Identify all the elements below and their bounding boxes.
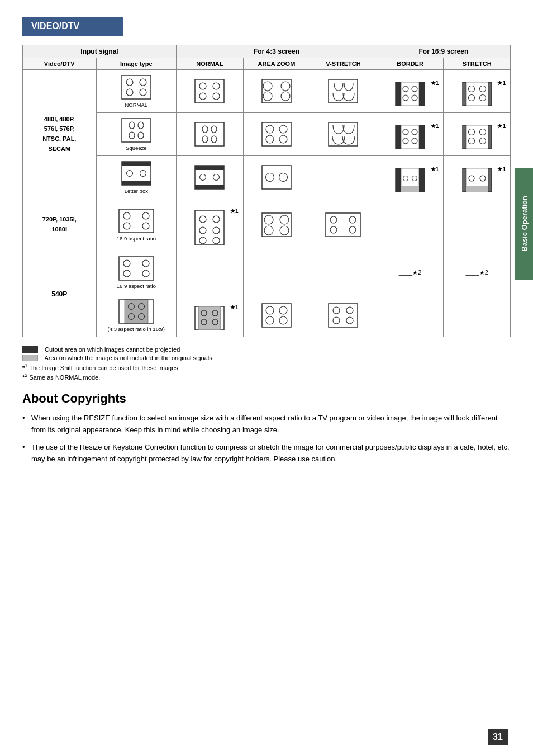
- cell-squeeze-stretch: ★1: [444, 113, 511, 156]
- svg-point-60: [140, 171, 146, 177]
- svg-point-93: [280, 215, 289, 224]
- svg-rect-57: [122, 162, 151, 166]
- label-169-b: 16:9 aspect ratio: [117, 283, 156, 289]
- footnote-star1: *1 The Image Shift function can be used …: [22, 363, 511, 371]
- svg-rect-76: [466, 186, 488, 192]
- svg-point-40: [279, 125, 287, 133]
- svg-point-127: [346, 317, 353, 324]
- svg-rect-96: [326, 213, 360, 237]
- star2-stretch-label: ____★2: [465, 269, 488, 276]
- svg-rect-71: [401, 186, 419, 192]
- image-type-43: NORMAL: [96, 70, 177, 113]
- svg-point-13: [263, 92, 272, 101]
- cell-letterbox-stretch: ★1: [444, 156, 511, 199]
- svg-point-8: [199, 93, 206, 100]
- header-for169: For 16:9 screen: [377, 45, 510, 58]
- svg-point-94: [264, 226, 273, 235]
- svg-rect-62: [195, 166, 224, 170]
- svg-point-99: [330, 226, 337, 233]
- svg-rect-23: [466, 82, 488, 106]
- svg-point-36: [202, 136, 208, 143]
- svg-point-32: [138, 132, 144, 139]
- table-row: 540P 16:9 aspect ratio: [23, 251, 511, 294]
- svg-point-126: [333, 317, 340, 324]
- image-type-letterbox: Letter box: [96, 156, 177, 199]
- svg-point-1: [126, 79, 133, 86]
- footnote-line1: : Cutout area on which images cannot be …: [22, 346, 511, 353]
- svg-point-97: [330, 216, 337, 223]
- svg-point-9: [213, 93, 220, 100]
- svg-rect-107: [125, 300, 148, 323]
- cell-720p-stretch: [444, 199, 511, 251]
- cell-43-vstretch: [310, 70, 377, 113]
- svg-point-39: [266, 125, 274, 133]
- cell-43-border: ★1: [377, 70, 444, 113]
- svg-rect-51: [466, 125, 488, 149]
- label-43-ratio: NORMAL: [125, 102, 147, 108]
- header-for43: For 4:3 screen: [177, 45, 377, 58]
- footnote-area: : Cutout area on which images cannot be …: [22, 346, 511, 380]
- svg-point-105: [142, 270, 149, 277]
- svg-point-121: [266, 316, 274, 324]
- svg-rect-33: [195, 122, 224, 146]
- svg-rect-118: [262, 304, 291, 327]
- label-squeeze: Squeeze: [126, 145, 147, 151]
- col-image-type: Image type: [96, 58, 177, 70]
- svg-point-124: [333, 307, 340, 314]
- col-area-zoom: AREA ZOOM: [243, 58, 310, 70]
- svg-point-87: [199, 227, 206, 234]
- svg-rect-79: [119, 209, 154, 233]
- cell-letterbox-areazoom: [243, 156, 310, 199]
- svg-point-98: [349, 216, 356, 223]
- svg-point-89: [199, 237, 206, 244]
- svg-point-34: [202, 126, 208, 133]
- label-letterbox: Letter box: [125, 188, 148, 194]
- table-row: 720P, 1035I,1080I 16:9 aspect ratio: [23, 199, 511, 251]
- label-169-ratio: 16:9 aspect ratio: [117, 235, 156, 242]
- cell-letterbox-vstretch: [310, 156, 377, 199]
- svg-point-31: [129, 132, 135, 139]
- svg-rect-45: [401, 125, 419, 149]
- svg-point-59: [126, 171, 132, 177]
- cell-43-stretch: ★1: [444, 70, 511, 113]
- svg-point-35: [211, 126, 217, 133]
- svg-point-125: [346, 307, 353, 314]
- svg-point-86: [213, 216, 220, 223]
- col-v-stretch: V-STRETCH: [310, 58, 377, 70]
- col-normal: NORMAL: [177, 58, 244, 70]
- cell-43in169-normal: ★1: [177, 294, 244, 337]
- svg-point-41: [266, 135, 274, 143]
- page-number: 31: [488, 729, 508, 745]
- svg-point-14: [281, 92, 290, 101]
- cell-squeeze-normal: [177, 113, 244, 156]
- signal-720p: 720P, 1035I,1080I: [23, 199, 97, 251]
- table-row: 480I, 480P,576I, 576P,NTSC, PAL,SECAM NO…: [23, 70, 511, 113]
- svg-rect-0: [122, 75, 151, 99]
- cell-720p-vstretch: [310, 199, 377, 251]
- svg-rect-10: [262, 79, 291, 103]
- cell-letterbox-border: ★1: [377, 156, 444, 199]
- svg-rect-28: [122, 119, 151, 142]
- icon-43-normal-input: [121, 74, 152, 100]
- cell-540p-16-9-areazoom: [243, 251, 310, 294]
- svg-point-119: [266, 306, 274, 314]
- signal-540p: 540P: [23, 251, 97, 337]
- table-row: (4:3 aspect ratio in 16:9) ★1: [23, 294, 511, 337]
- footnote-text2: : Area on which the image is not include…: [41, 355, 212, 361]
- svg-point-65: [213, 174, 220, 181]
- cell-540p-16-9-vstretch: [310, 251, 377, 294]
- cell-540p-16-9-normal: [177, 251, 244, 294]
- table-row: Letter box: [23, 156, 511, 199]
- svg-point-7: [213, 83, 220, 89]
- svg-point-85: [199, 216, 206, 223]
- svg-rect-5: [195, 79, 224, 103]
- svg-point-92: [264, 215, 273, 224]
- cell-letterbox-normal: [177, 156, 244, 199]
- svg-point-120: [279, 306, 287, 314]
- col-video-dtv: Video/DTV: [23, 58, 97, 70]
- svg-rect-123: [329, 304, 358, 327]
- main-table: Input signal For 4:3 screen For 16:9 scr…: [22, 45, 511, 337]
- svg-point-103: [142, 260, 149, 267]
- svg-point-82: [123, 223, 130, 229]
- cell-43in169-border: [377, 294, 444, 337]
